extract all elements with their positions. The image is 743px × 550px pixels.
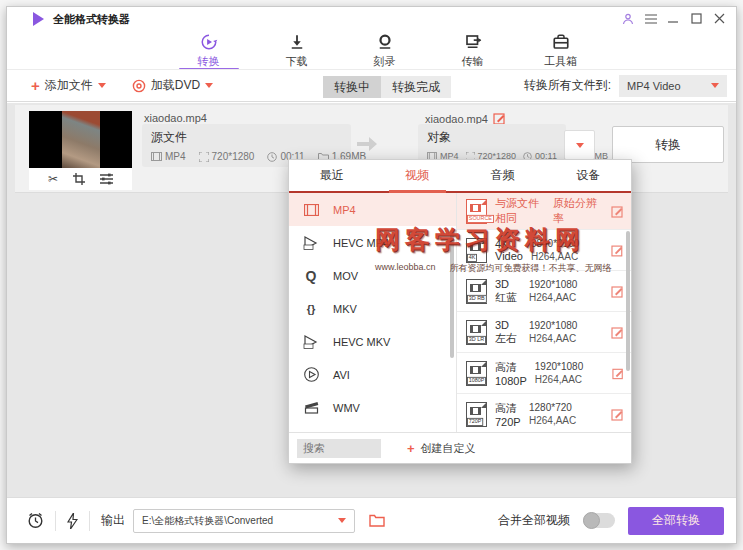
format-item-wmv[interactable]: WMV: [289, 391, 456, 424]
main-nav: 转换 下载 刻录 传输 工具箱: [7, 29, 736, 69]
format-label: MOV: [333, 270, 358, 282]
panel-tab-device[interactable]: 设备: [546, 160, 632, 191]
preset-file-icon: 3D RB: [466, 279, 487, 304]
bottombar: 输出 E:\全能格式转换器\Converted 合并全部视频 全部转换: [7, 497, 736, 543]
add-files-button[interactable]: + 添加文件: [31, 77, 106, 94]
film-icon: [151, 152, 162, 161]
nav-tab-transfer[interactable]: 传输: [445, 29, 501, 69]
format-picker-panel: 最近 视频 音频 设备 MP4 HEVC MP4 Q MOV: [288, 159, 632, 464]
preset-item-hd-720p[interactable]: 720P 高清 720P 1280*720H264,AAC: [457, 394, 631, 432]
preset-codec: H264,AAC: [529, 333, 603, 344]
hevc-play-icon: [302, 333, 320, 351]
toggle-knob: [583, 512, 600, 529]
target-card-title: 对象: [427, 129, 557, 146]
schedule-alarm-icon[interactable]: [27, 512, 44, 529]
tab-converting[interactable]: 转换中: [323, 76, 381, 98]
preset-name: 高清 1080P: [495, 360, 527, 387]
preset-badge: 4K: [467, 253, 477, 261]
format-label: AVI: [333, 369, 350, 381]
edit-preset-icon[interactable]: [611, 326, 624, 339]
nav-tab-convert[interactable]: 转换: [181, 29, 237, 69]
convert-all-to-label: 转换所有文件到:: [524, 77, 611, 94]
preset-file-icon: SOURCE: [466, 199, 487, 224]
titlebar[interactable]: 全能格式转换器: [7, 7, 736, 31]
high-speed-bolt-icon[interactable]: [67, 513, 78, 529]
toolbar: + 添加文件 加载DVD 转换中 转换完成 转换所有文件到: MP4 Video: [7, 69, 736, 102]
format-list-scrollbar[interactable]: [450, 233, 454, 358]
nav-label: 工具箱: [544, 54, 577, 69]
panel-tab-recent[interactable]: 最近: [289, 160, 375, 191]
resolution-icon: [199, 152, 209, 162]
transfer-icon: [463, 33, 483, 51]
download-icon: [287, 33, 307, 51]
crop-icon[interactable]: [73, 173, 85, 185]
preset-item-same-as-source[interactable]: SOURCE 与源文件相同 原始分辨率: [457, 193, 631, 230]
format-label: HEVC MKV: [333, 336, 390, 348]
output-path-select[interactable]: E:\全能格式转换器\Converted: [133, 509, 355, 533]
panel-tab-video[interactable]: 视频: [375, 160, 461, 191]
format-label: HEVC MP4: [333, 237, 389, 249]
format-item-mov[interactable]: Q MOV: [289, 259, 456, 292]
preset-item-hd-1080p[interactable]: 1080P 高清 1080P 1920*1080H264,AAC: [457, 353, 631, 394]
account-icon[interactable]: [621, 12, 634, 25]
preset-item-4k-video[interactable]: 4K 4K Video 3840*2160H264,AAC: [457, 230, 631, 271]
close-button[interactable]: [713, 12, 726, 25]
merge-videos-toggle[interactable]: [583, 513, 615, 528]
preset-item-3d-sbs[interactable]: 3D LR 3D 左右 1920*1080H264,AAC: [457, 312, 631, 353]
global-format-value: MP4 Video: [627, 80, 681, 92]
preset-dropdown-button[interactable]: [564, 130, 595, 160]
format-item-avi[interactable]: AVI: [289, 358, 456, 391]
edit-preset-icon[interactable]: [611, 408, 624, 421]
global-format-select[interactable]: MP4 Video: [619, 75, 727, 97]
format-item-mp4[interactable]: MP4: [289, 193, 456, 226]
edit-preset-icon[interactable]: [611, 285, 624, 298]
format-label: MP4: [333, 204, 356, 216]
trim-scissors-icon[interactable]: ✂: [48, 173, 58, 185]
format-item-hevc-mkv[interactable]: HEVC MKV: [289, 325, 456, 358]
load-dvd-button[interactable]: 加载DVD: [132, 77, 213, 94]
chevron-down-icon: [711, 83, 719, 88]
preset-list-scrollbar[interactable]: [626, 231, 630, 371]
preset-name: 4K Video: [495, 238, 523, 262]
format-item-hevc-mp4[interactable]: HEVC MP4: [289, 226, 456, 259]
minimize-button[interactable]: [667, 12, 680, 25]
preset-item-3d-anaglyph[interactable]: 3D RB 3D 红蓝 1920*1080H264,AAC: [457, 271, 631, 312]
nav-tab-burn[interactable]: 刻录: [357, 29, 413, 69]
format-list: MP4 HEVC MP4 Q MOV {} MKV HEVC MKV: [289, 193, 457, 432]
preset-badge: 720P: [467, 417, 483, 425]
edit-preset-icon[interactable]: [611, 205, 624, 218]
open-folder-icon[interactable]: [369, 514, 385, 527]
preset-badge: 1080P: [467, 376, 486, 384]
edit-preset-icon[interactable]: [611, 244, 624, 257]
divider: [89, 511, 90, 531]
source-card-title: 源文件: [151, 129, 342, 146]
source-format: MP4: [165, 151, 186, 162]
avi-play-circle-icon: [302, 366, 320, 384]
preset-codec: H264,AAC: [529, 292, 603, 303]
toolbox-icon: [551, 33, 571, 51]
mp4-film-icon: [302, 201, 320, 219]
maximize-button[interactable]: [690, 12, 703, 25]
format-item-mkv[interactable]: {} MKV: [289, 292, 456, 325]
row-convert-button[interactable]: 转换: [612, 126, 724, 163]
create-custom-button[interactable]: + 创建自定义: [407, 441, 476, 456]
preset-badge: 3D RB: [467, 294, 487, 302]
add-files-label: 添加文件: [45, 77, 93, 94]
search-input[interactable]: [297, 439, 381, 458]
menu-icon[interactable]: [644, 12, 657, 25]
edit-preset-icon[interactable]: [612, 367, 624, 380]
nav-tab-download[interactable]: 下载: [269, 29, 325, 69]
duration-icon: [267, 152, 277, 162]
nav-tab-toolbox[interactable]: 工具箱: [533, 29, 589, 69]
preset-resolution: 原始分辨率: [553, 196, 603, 226]
convert-all-button[interactable]: 全部转换: [628, 507, 724, 535]
app-window: 全能格式转换器 转换 下载: [6, 6, 737, 544]
tab-converted[interactable]: 转换完成: [381, 76, 451, 98]
burn-icon: [375, 33, 395, 51]
format-item-m4v[interactable]: M4V: [289, 424, 456, 432]
wmv-clapper-icon: [302, 399, 320, 417]
effects-sliders-icon[interactable]: [100, 173, 113, 185]
panel-tab-audio[interactable]: 音频: [460, 160, 546, 191]
mkv-brackets-icon: {}: [302, 300, 320, 318]
preset-name: 高清 720P: [495, 401, 521, 428]
